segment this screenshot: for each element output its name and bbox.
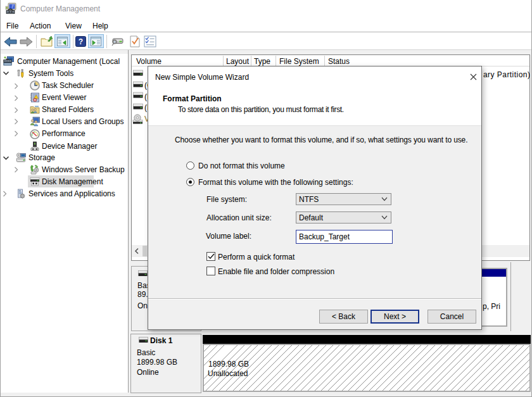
svg-text:?: ? — [79, 37, 83, 46]
